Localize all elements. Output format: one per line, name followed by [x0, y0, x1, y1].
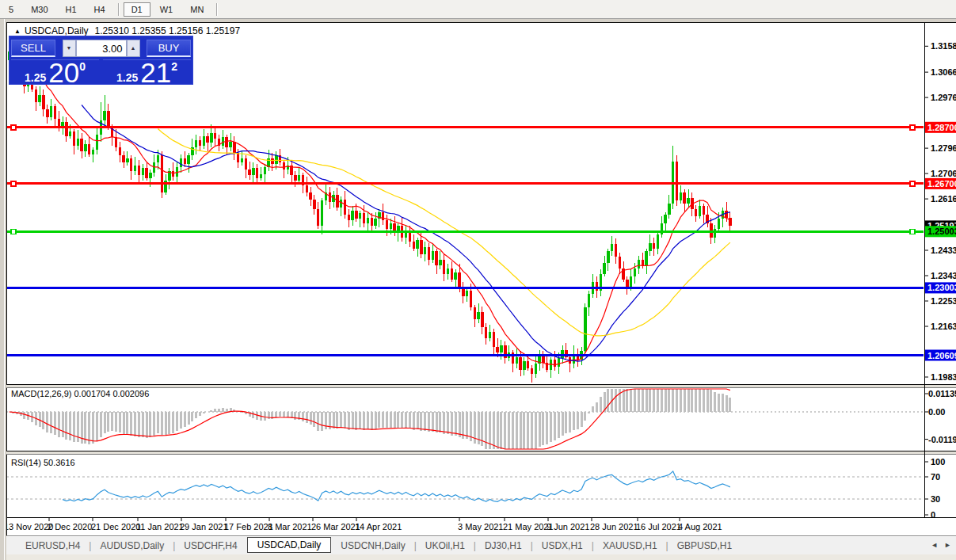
volume-input[interactable]	[76, 40, 127, 57]
svg-text:9 Jun 2021: 9 Jun 2021	[547, 522, 589, 531]
sell-price-display[interactable]: 1.25200	[11, 59, 99, 86]
chart-window: 1.315851.306601.297601.279601.270601.261…	[6, 19, 956, 560]
chart-tabs-bar: EURUSD,H4|AUDUSD,Daily|USDCHF,H4USDCAD,D…	[6, 535, 956, 554]
svg-text:1.23435: 1.23435	[931, 271, 956, 280]
one-click-trading-panel: SELL ▼ ▲ BUY 1.25200 1.25212	[9, 36, 193, 85]
svg-text:17 Feb 2021: 17 Feb 2021	[224, 522, 273, 531]
timeframe-button-W1[interactable]: W1	[152, 2, 181, 17]
tab-separator: |	[173, 540, 175, 551]
sell-price-sup: 0	[79, 60, 86, 73]
tab-separator: |	[531, 540, 533, 551]
svg-text:1.20609: 1.20609	[927, 351, 956, 360]
toolbar-separator	[118, 3, 119, 16]
svg-text:28 Jun 2021: 28 Jun 2021	[590, 522, 638, 531]
rsi-label: RSI(14) 50.3616	[11, 458, 75, 467]
tab-eurusd-h4[interactable]: EURUSD,H4	[17, 539, 88, 553]
tabs-scroll-right-icon[interactable]: ►	[944, 541, 951, 549]
svg-text:0.00: 0.00	[928, 407, 945, 417]
collapse-arrow-icon[interactable]: ▲	[14, 28, 21, 35]
chart-title: ▲USDCAD,Daily1.25310 1.25355 1.25156 1.2…	[14, 25, 240, 36]
svg-text:0.01135: 0.01135	[928, 389, 956, 398]
svg-text:1.22535: 1.22535	[931, 296, 956, 306]
buy-price-sup: 2	[171, 60, 177, 73]
svg-text:1.26700: 1.26700	[927, 179, 956, 189]
svg-text:1.21635: 1.21635	[931, 322, 956, 331]
buy-price-display[interactable]: 1.25212	[103, 59, 191, 86]
timeframe-button-D1[interactable]: D1	[124, 2, 150, 17]
tab-usdcad-daily[interactable]: USDCAD,Daily	[247, 537, 332, 553]
svg-text:1.28700: 1.28700	[927, 123, 956, 132]
buy-price-small: 1.25	[116, 72, 138, 84]
tab-separator: |	[592, 540, 594, 551]
tab-ukoil-h1[interactable]: UKOil,H1	[417, 539, 473, 553]
chart-symbol-label: USDCAD,Daily	[25, 25, 89, 36]
volume-increase-icon[interactable]: ▲	[127, 40, 140, 57]
tab-gbpusd-h1[interactable]: GBPUSD,H1	[669, 539, 740, 553]
tab-separator: |	[89, 540, 91, 551]
svg-text:1.27060: 1.27060	[931, 169, 956, 178]
svg-text:1.29760: 1.29760	[931, 93, 956, 102]
svg-text:100: 100	[931, 457, 945, 467]
svg-text:1.24335: 1.24335	[931, 246, 956, 255]
svg-text:1.25003: 1.25003	[927, 227, 956, 236]
svg-text:1.23003: 1.23003	[927, 283, 956, 292]
svg-text:4 Aug 2021: 4 Aug 2021	[678, 522, 722, 531]
svg-text:70: 70	[931, 472, 940, 482]
tab-audusd-daily[interactable]: AUDUSD,Daily	[92, 539, 172, 553]
svg-text:26 Mar 2021: 26 Mar 2021	[311, 522, 360, 531]
svg-text:3 May 2021: 3 May 2021	[458, 522, 503, 531]
chart-canvas[interactable]: 1.315851.306601.297601.279601.270601.261…	[6, 22, 956, 535]
sell-price-small: 1.25	[25, 72, 46, 84]
svg-text:21 Dec 2020: 21 Dec 2020	[91, 522, 140, 531]
svg-text:1.26160: 1.26160	[931, 194, 956, 204]
svg-text:1.19835: 1.19835	[931, 372, 956, 382]
buy-button[interactable]: BUY	[147, 40, 191, 57]
timeframe-button-5[interactable]: 5	[1, 2, 21, 17]
svg-text:29 Jan 2021: 29 Jan 2021	[180, 522, 228, 531]
svg-text:1.27960: 1.27960	[931, 143, 956, 153]
tab-separator: |	[474, 540, 476, 551]
tab-usdx-h1[interactable]: USDX,H1	[534, 539, 591, 553]
svg-text:14 Apr 2021: 14 Apr 2021	[355, 522, 402, 531]
timeframe-button-M30[interactable]: M30	[23, 2, 55, 17]
svg-text:1.30660: 1.30660	[931, 67, 956, 77]
tab-usdcnh-daily[interactable]: USDCNH,Daily	[333, 539, 413, 553]
timeframe-button-H4[interactable]: H4	[86, 2, 113, 17]
sell-price-big: 20	[48, 62, 79, 84]
tab-xauusd-h1[interactable]: XAUUSD,H1	[595, 539, 665, 553]
sell-button[interactable]: SELL	[11, 40, 55, 57]
timeframe-button-H1[interactable]: H1	[58, 2, 85, 17]
svg-text:30: 30	[931, 494, 940, 504]
buy-price-big: 21	[140, 62, 171, 84]
tab-separator: |	[666, 540, 668, 551]
svg-text:13 Nov 2020: 13 Nov 2020	[6, 522, 53, 531]
svg-text:16 Jul 2021: 16 Jul 2021	[636, 522, 681, 531]
timeframe-button-MN[interactable]: MN	[182, 2, 211, 17]
svg-text:-0.01190: -0.01190	[928, 435, 956, 444]
volume-decrease-icon[interactable]: ▼	[63, 40, 76, 57]
macd-label: MACD(12,26,9) 0.001704 0.002096	[11, 389, 149, 398]
svg-text:2 Dec 2020: 2 Dec 2020	[48, 522, 92, 531]
timeframe-toolbar: 5M30H1H4D1W1MN	[0, 0, 956, 19]
svg-text:11 Jan 2021: 11 Jan 2021	[136, 522, 184, 531]
status-strip	[6, 554, 956, 560]
tab-separator: |	[414, 540, 417, 551]
tabs-scroll-left-icon[interactable]: ◄	[931, 541, 938, 549]
svg-text:1.31585: 1.31585	[931, 41, 956, 51]
tab-usdchf-h4[interactable]: USDCHF,H4	[176, 539, 245, 553]
toolbar-separator	[216, 3, 217, 16]
svg-text:8 Mar 2021: 8 Mar 2021	[268, 522, 312, 531]
tab-dj30-h1[interactable]: DJ30,H1	[477, 539, 530, 553]
chart-ohlc-values: 1.25310 1.25355 1.25156 1.25197	[95, 25, 241, 36]
svg-text:0: 0	[931, 510, 935, 520]
